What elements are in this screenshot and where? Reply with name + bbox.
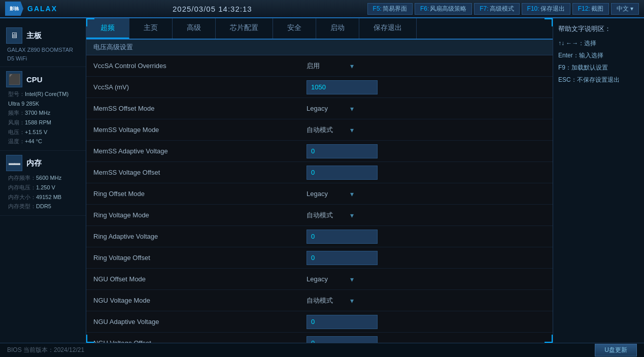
input-ring-adaptive[interactable]: [307, 230, 378, 244]
setting-label: Ring Adaptive Voltage: [93, 233, 307, 240]
setting-ring-offset-mode[interactable]: Ring Offset Mode Legacy ▾: [86, 183, 553, 205]
fn10-button[interactable]: F10:保存退出: [522, 3, 570, 15]
mb-title: 主板: [26, 31, 42, 41]
setting-ngu-adaptive[interactable]: NGU Adaptive Voltage: [86, 311, 553, 333]
setting-ring-voltage-mode[interactable]: Ring Voltage Mode 自动模式 ▾: [86, 205, 553, 226]
setting-vccsa-mv[interactable]: VccSA (mV): [86, 77, 553, 98]
setting-label: Ring Offset Mode: [93, 190, 307, 198]
corner-accent-bl: [86, 335, 94, 343]
tab-advanced[interactable]: 高级: [173, 18, 216, 39]
dropdown-ring-offset[interactable]: Legacy ▾: [307, 190, 354, 198]
tab-security[interactable]: 安全: [273, 18, 316, 39]
mem-header: ▬▬ 内存: [6, 155, 80, 171]
chevron-down-icon: ▾: [350, 126, 354, 134]
help-item-nav: ↑↓ ←→：选择: [558, 39, 639, 48]
settings-list[interactable]: VccSA Control Overrides 启用 ▾ VccSA (mV): [86, 55, 553, 343]
cpu-voltage: 电压：+1.515 V: [8, 127, 80, 137]
setting-value-area: [307, 336, 546, 343]
setting-label: NGU Adaptive Voltage: [93, 318, 307, 326]
chevron-down-icon: ▾: [350, 275, 354, 283]
motherboard-icon: 🖥: [6, 27, 22, 44]
cpu-header: ⬛ CPU: [6, 71, 80, 87]
setting-label: NGU Offset Mode: [93, 275, 307, 283]
setting-value-area: [307, 80, 546, 94]
setting-ngu-voltage-mode[interactable]: NGU Voltage Mode 自动模式 ▾: [86, 290, 553, 311]
fn12-button[interactable]: F12:截图: [572, 3, 609, 15]
corner-accent-br: [545, 335, 553, 343]
setting-value-area: [307, 230, 546, 244]
setting-value-area: Legacy ▾: [307, 190, 546, 198]
setting-ngu-voltage-offset[interactable]: NGU Voltage Offset: [86, 333, 553, 343]
bios-version: BIOS 当前版本：2024/12/21: [7, 346, 84, 354]
help-item-esc: ESC：不保存设置退出: [558, 75, 639, 84]
tab-home[interactable]: 主页: [129, 18, 173, 39]
setting-value-area: 启用 ▾: [307, 61, 546, 71]
mem-size: 内存大小：49152 MB: [8, 192, 80, 202]
center-panel: 超频 主页 高级 芯片配置 安全 启动 保存退出 电压高级设置 VccSA Co…: [86, 18, 553, 343]
datetime: 2025/03/05 14:32:13: [173, 5, 252, 13]
input-memss-adaptive[interactable]: [307, 144, 378, 158]
main-area: 🖥 主板 GALAX Z890 BOOMSTAR D5 WiFi ⬛ CPU 型…: [0, 18, 644, 343]
dropdown-memss-offset[interactable]: Legacy ▾: [307, 105, 354, 113]
dropdown-ring-voltage-mode[interactable]: 自动模式 ▾: [307, 211, 354, 220]
input-vccsa-mv[interactable]: [307, 80, 378, 94]
mem-freq: 内存频率：5600 MHz: [8, 173, 80, 183]
setting-label: VccSA Control Overrides: [93, 62, 307, 70]
sidebar-cpu: ⬛ CPU 型号：Intel(R) Core(TM) Ultra 9 285K …: [0, 67, 86, 151]
tab-boot[interactable]: 启动: [316, 18, 359, 39]
input-memss-voltage-offset[interactable]: [307, 166, 378, 180]
corner-accent-tr: [545, 18, 553, 26]
mem-title: 内存: [26, 158, 42, 168]
setting-ring-adaptive[interactable]: Ring Adaptive Voltage: [86, 226, 553, 247]
tab-save-exit[interactable]: 保存退出: [359, 18, 417, 39]
tab-bar: 超频 主页 高级 芯片配置 安全 启动 保存退出: [86, 18, 553, 40]
usb-update-button[interactable]: U盘更新: [595, 344, 637, 356]
input-ngu-voltage-offset[interactable]: [307, 336, 378, 343]
setting-memss-voltage-offset[interactable]: MemSS Voltage Offset: [86, 162, 553, 183]
input-ngu-adaptive[interactable]: [307, 315, 378, 329]
setting-memss-offset-mode[interactable]: MemSS Offset Mode Legacy ▾: [86, 98, 553, 119]
help-item-f9: F9：加载默认设置: [558, 63, 639, 72]
dropdown-vccsa-control[interactable]: 启用 ▾: [307, 61, 354, 71]
dropdown-ngu-offset[interactable]: Legacy ▾: [307, 275, 354, 283]
setting-label: Ring Voltage Offset: [93, 254, 307, 262]
cpu-icon: ⬛: [6, 71, 22, 87]
cpu-title: CPU: [26, 75, 43, 84]
section-title: 电压高级设置: [86, 40, 553, 55]
setting-ring-voltage-offset[interactable]: Ring Voltage Offset: [86, 247, 553, 269]
setting-label: NGU Voltage Mode: [93, 297, 307, 304]
sidebar-motherboard: 🖥 主板 GALAX Z890 BOOMSTAR D5 WiFi: [0, 23, 86, 67]
setting-ngu-offset-mode[interactable]: NGU Offset Mode Legacy ▾: [86, 269, 553, 290]
setting-memss-voltage-mode[interactable]: MemSS Voltage Mode 自动模式 ▾: [86, 119, 553, 141]
corner-accent-tl: [86, 18, 94, 26]
fn7-button[interactable]: F7:高级模式: [474, 3, 519, 15]
fn6-button[interactable]: F6:风扇高级策略: [415, 3, 472, 15]
cpu-model-line1: 型号：Intel(R) Core(TM): [8, 89, 80, 99]
top-bar: 影驰 GALAX 2025/03/05 14:32:13 F5:简易界面 F6:…: [0, 0, 644, 18]
setting-value-area: [307, 315, 546, 329]
dropdown-memss-voltage-mode[interactable]: 自动模式 ▾: [307, 125, 354, 135]
chevron-down-icon: ▾: [350, 211, 354, 219]
setting-value-area: 自动模式 ▾: [307, 125, 546, 135]
bottom-bar: BIOS 当前版本：2024/12/21 U盘更新: [0, 343, 644, 357]
setting-value-area: Legacy ▾: [307, 275, 546, 283]
input-ring-voltage-offset[interactable]: [307, 251, 378, 265]
fn-buttons: F5:简易界面 F6:风扇高级策略 F7:高级模式 F10:保存退出 F12:截…: [367, 3, 639, 15]
cpu-temp: 温度：+44 °C: [8, 137, 80, 146]
sidebar: 🖥 主板 GALAX Z890 BOOMSTAR D5 WiFi ⬛ CPU 型…: [0, 18, 86, 343]
language-button[interactable]: 中文 ▾: [611, 3, 639, 15]
tab-chipset[interactable]: 芯片配置: [216, 18, 273, 39]
setting-label: Ring Voltage Mode: [93, 211, 307, 219]
setting-value-area: [307, 251, 546, 265]
chevron-down-icon: ▾: [350, 62, 354, 70]
memory-icon: ▬▬: [6, 155, 22, 171]
setting-memss-adaptive[interactable]: MemSS Adaptive Voltage: [86, 141, 553, 162]
setting-value-area: [307, 144, 546, 158]
chevron-down-icon: ▾: [350, 105, 354, 113]
setting-vccsa-control[interactable]: VccSA Control Overrides 启用 ▾: [86, 55, 553, 77]
setting-label: MemSS Voltage Offset: [93, 169, 307, 176]
dropdown-ngu-voltage-mode[interactable]: 自动模式 ▾: [307, 296, 354, 305]
logo-icon: 影驰: [5, 2, 23, 16]
brand-text: GALAX: [27, 5, 57, 13]
fn5-button[interactable]: F5:简易界面: [367, 3, 413, 15]
